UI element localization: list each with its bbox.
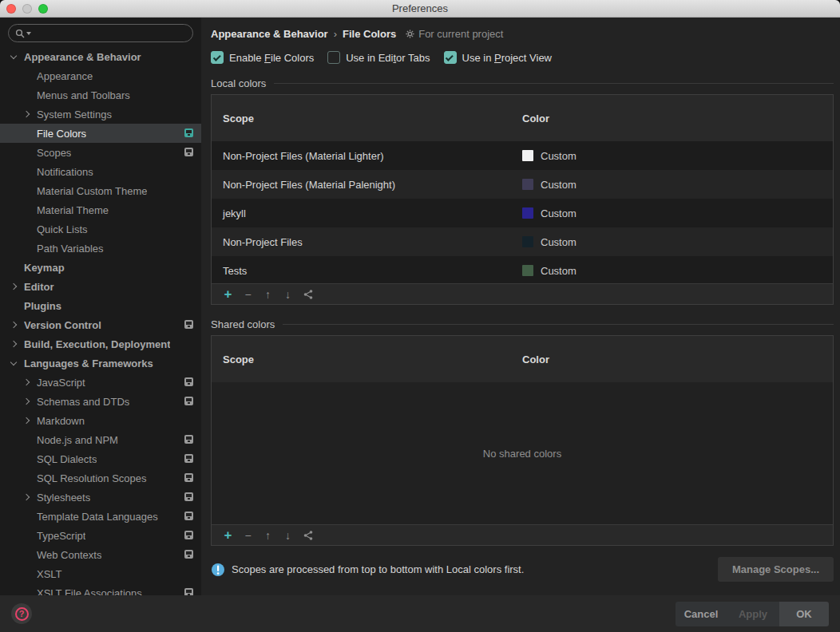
local-colors-panel: Scope Color Non-Project Files (Material … bbox=[211, 94, 834, 305]
sidebar-item-keymap[interactable]: Keymap bbox=[0, 258, 201, 277]
sidebar-item-label: Template Data Languages bbox=[37, 511, 158, 523]
scope-cell: Non-Project Files (Material Lighter) bbox=[223, 150, 522, 162]
sidebar-item-appearance-behavior[interactable]: Appearance & Behavior bbox=[0, 47, 201, 66]
sidebar-item-editor[interactable]: Editor bbox=[0, 277, 201, 296]
sidebar-item-javascript[interactable]: JavaScript bbox=[0, 373, 201, 392]
sidebar-item-label: Plugins bbox=[24, 300, 61, 312]
sidebar-item-label: SQL Resolution Scopes bbox=[37, 472, 147, 484]
color-column-header[interactable]: Color bbox=[522, 113, 549, 124]
sidebar-item-build-execution-deployment[interactable]: Build, Execution, Deployment bbox=[0, 334, 201, 354]
checkbox-enable-file-colors[interactable]: Enable File Colors bbox=[211, 51, 314, 64]
help-button[interactable]: ? bbox=[11, 603, 32, 624]
move-up-icon[interactable] bbox=[258, 286, 278, 303]
table-row-tests[interactable]: TestsCustom bbox=[212, 256, 833, 283]
table-row-non-project-files-material-palenight[interactable]: Non-Project Files (Material Palenight)Cu… bbox=[212, 170, 833, 199]
table-row-jekyll[interactable]: jekyllCustom bbox=[212, 199, 833, 227]
sidebar-item-path-variables[interactable]: Path Variables bbox=[0, 239, 201, 258]
sidebar-item-notifications[interactable]: Notifications bbox=[0, 162, 201, 181]
manage-scopes-button[interactable]: Manage Scopes... bbox=[718, 557, 834, 582]
checkbox-box[interactable] bbox=[211, 51, 224, 64]
sidebar-item-stylesheets[interactable]: Stylesheets bbox=[0, 488, 201, 507]
sidebar-item-material-theme[interactable]: Material Theme bbox=[0, 200, 201, 219]
color-swatch[interactable] bbox=[522, 236, 533, 247]
color-label: Custom bbox=[541, 179, 577, 191]
checkbox-box[interactable] bbox=[327, 51, 340, 64]
chevron-right-icon[interactable] bbox=[22, 399, 37, 404]
sidebar-item-material-custom-theme[interactable]: Material Custom Theme bbox=[0, 181, 201, 200]
color-label: Custom bbox=[541, 236, 577, 248]
checkbox-box[interactable] bbox=[444, 51, 457, 64]
checkbox-use-in-project-view[interactable]: Use in Project View bbox=[444, 51, 552, 64]
share-icon[interactable] bbox=[298, 286, 318, 303]
chevron-right-icon[interactable] bbox=[22, 495, 37, 500]
sidebar-item-schemas-and-dtds[interactable]: Schemas and DTDs bbox=[0, 392, 201, 411]
color-swatch[interactable] bbox=[522, 150, 533, 161]
ok-button[interactable]: OK bbox=[779, 602, 829, 626]
apply-button[interactable]: Apply bbox=[727, 602, 779, 626]
checkmark-icon bbox=[212, 53, 220, 61]
remove-icon[interactable] bbox=[238, 527, 258, 544]
chevron-right-icon[interactable] bbox=[10, 342, 24, 346]
color-swatch[interactable] bbox=[522, 179, 533, 190]
settings-search[interactable] bbox=[8, 24, 193, 42]
breadcrumb: Appearance & Behavior › File Colors For … bbox=[211, 26, 834, 41]
chevron-right-icon[interactable] bbox=[22, 112, 37, 117]
checkbox-use-in-editor-tabs[interactable]: Use in Editor Tabs bbox=[327, 51, 430, 64]
remove-icon[interactable] bbox=[238, 286, 258, 303]
sidebar-item-label: File Colors bbox=[37, 128, 86, 140]
sidebar-item-plugins[interactable]: Plugins bbox=[0, 296, 201, 315]
color-swatch[interactable] bbox=[522, 265, 533, 276]
shared-colors-toolbar bbox=[212, 524, 833, 545]
project-level-badge-icon bbox=[184, 435, 193, 444]
sidebar-item-xslt-file-associations[interactable]: XSLT File Associations bbox=[0, 583, 201, 595]
sidebar-item-web-contexts[interactable]: Web Contexts bbox=[0, 545, 201, 564]
chevron-right-icon[interactable] bbox=[10, 322, 24, 327]
local-colors-rows: Non-Project Files (Material Lighter)Cust… bbox=[212, 141, 833, 283]
sidebar-item-label: Schemas and DTDs bbox=[37, 396, 129, 408]
sidebar-item-quick-lists[interactable]: Quick Lists bbox=[0, 219, 201, 239]
scope-column-header[interactable]: Scope bbox=[223, 113, 522, 124]
sidebar-item-sql-resolution-scopes[interactable]: SQL Resolution Scopes bbox=[0, 468, 201, 488]
chevron-right-icon[interactable] bbox=[22, 418, 37, 423]
breadcrumb-file-colors: File Colors bbox=[343, 28, 396, 40]
search-input[interactable] bbox=[35, 28, 186, 39]
color-cell: Custom bbox=[522, 265, 577, 277]
sidebar-item-file-colors[interactable]: File Colors bbox=[0, 124, 201, 143]
sidebar-item-markdown[interactable]: Markdown bbox=[0, 411, 201, 430]
sidebar-item-label: Path Variables bbox=[37, 243, 104, 255]
chevron-right-icon[interactable] bbox=[22, 380, 37, 385]
sidebar-item-languages-frameworks[interactable]: Languages & Frameworks bbox=[0, 354, 201, 373]
sidebar-item-sql-dialects[interactable]: SQL Dialects bbox=[0, 449, 201, 468]
breadcrumb-appearance-behavior[interactable]: Appearance & Behavior bbox=[211, 28, 328, 40]
add-icon[interactable] bbox=[218, 286, 238, 303]
add-icon[interactable] bbox=[218, 527, 238, 544]
sidebar-item-menus-and-toolbars[interactable]: Menus and Toolbars bbox=[0, 85, 201, 105]
table-row-non-project-files[interactable]: Non-Project FilesCustom bbox=[212, 227, 833, 256]
chevron-down-icon[interactable] bbox=[10, 361, 24, 365]
move-down-icon[interactable] bbox=[278, 286, 298, 303]
chevron-right-icon[interactable] bbox=[10, 284, 24, 289]
sidebar-item-xslt[interactable]: XSLT bbox=[0, 564, 201, 583]
cancel-button[interactable]: Cancel bbox=[676, 602, 727, 626]
share-icon[interactable] bbox=[298, 527, 318, 544]
scope-column-header[interactable]: Scope bbox=[223, 354, 522, 365]
sidebar-item-node-js-and-npm[interactable]: Node.js and NPM bbox=[0, 430, 201, 449]
sidebar-item-template-data-languages[interactable]: Template Data Languages bbox=[0, 507, 201, 526]
sidebar-item-system-settings[interactable]: System Settings bbox=[0, 105, 201, 124]
sidebar-item-appearance[interactable]: Appearance bbox=[0, 66, 201, 85]
sidebar-item-scopes[interactable]: Scopes bbox=[0, 143, 201, 162]
move-down-icon[interactable] bbox=[278, 527, 298, 544]
sidebar-item-typescript[interactable]: TypeScript bbox=[0, 526, 201, 545]
move-up-icon[interactable] bbox=[258, 527, 278, 544]
shared-colors-panel: Scope Color No shared colors bbox=[211, 335, 834, 546]
color-cell: Custom bbox=[522, 150, 577, 162]
chevron-down-icon[interactable] bbox=[10, 55, 24, 58]
sidebar: Appearance & BehaviorAppearanceMenus and… bbox=[0, 18, 201, 595]
footer-bar: ? Cancel Apply OK bbox=[0, 595, 840, 632]
scope-cell: Non-Project Files (Material Palenight) bbox=[223, 179, 522, 191]
search-filter-caret-icon[interactable] bbox=[26, 32, 31, 35]
sidebar-item-version-control[interactable]: Version Control bbox=[0, 315, 201, 334]
table-row-non-project-files-material-lighter[interactable]: Non-Project Files (Material Lighter)Cust… bbox=[212, 141, 833, 170]
color-column-header[interactable]: Color bbox=[522, 354, 549, 365]
color-swatch[interactable] bbox=[522, 207, 533, 219]
